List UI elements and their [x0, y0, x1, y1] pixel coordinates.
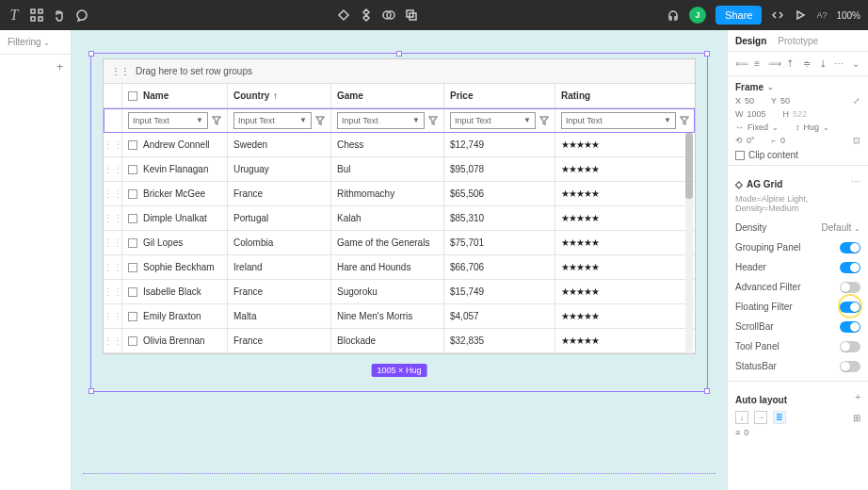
row-drag-handle[interactable]: ⋮⋮ [104, 182, 122, 205]
table-row[interactable]: ⋮⋮Andrew ConnellSwedenChess$12,749★★★★★ [104, 133, 695, 157]
toggle-switch[interactable] [840, 321, 860, 333]
filter-icon[interactable] [315, 116, 325, 125]
toggle-switch[interactable] [840, 282, 860, 293]
filter-icon[interactable] [539, 116, 549, 125]
toggle-switch[interactable] [840, 262, 860, 273]
row-group-panel[interactable]: ⋮⋮ Drag here to set row groups [104, 59, 695, 84]
component-name[interactable]: AG Grid [747, 179, 782, 189]
row-drag-handle[interactable]: ⋮⋮ [104, 157, 122, 181]
headphones-icon[interactable] [667, 8, 680, 22]
table-row[interactable]: ⋮⋮Bricker McGeeFranceRithmomachy$65,506★… [104, 182, 695, 206]
table-row[interactable]: ⋮⋮Kevin FlanaganUruguayBul$95,078★★★★★ [104, 157, 695, 182]
radius-value[interactable]: 0 [780, 136, 785, 145]
row-checkbox[interactable] [128, 263, 137, 272]
toggle-switch[interactable] [840, 302, 860, 313]
mask-icon[interactable] [337, 8, 350, 22]
table-row[interactable]: ⋮⋮Emily BraxtonMaltaNine Men's Morris$4,… [104, 304, 695, 329]
blend-icon[interactable] [382, 8, 395, 22]
filter-input-game[interactable]: Input Text▼ [337, 112, 425, 129]
filter-icon[interactable] [680, 116, 689, 125]
table-row[interactable]: ⋮⋮Sophie BeckhamIrelandHare and Hounds$6… [104, 255, 695, 280]
rotation-icon[interactable]: ⟲ [735, 136, 743, 145]
frame-x[interactable]: 50 [745, 96, 754, 106]
zoom-level[interactable]: 100% [836, 10, 860, 21]
toggle-switch[interactable] [840, 361, 860, 372]
frame-h[interactable]: 522 [793, 109, 807, 119]
col-header-country[interactable]: Country [233, 90, 269, 101]
boolean-icon[interactable] [405, 8, 418, 22]
resize-v-icon[interactable]: ↕ [796, 122, 800, 132]
toggle-switch[interactable] [840, 341, 860, 352]
radius-icon[interactable]: ⌐ [772, 136, 777, 145]
comment-icon[interactable] [75, 8, 88, 22]
gap-icon[interactable]: ≡ [735, 428, 740, 437]
select-all-checkbox[interactable] [128, 91, 137, 101]
frame-section-label[interactable]: Frame [735, 82, 764, 92]
row-checkbox[interactable] [128, 238, 137, 248]
ag-grid-frame[interactable]: ⋮⋮ Drag here to set row groups Name Coun… [103, 58, 696, 354]
vertical-scrollbar[interactable] [685, 133, 693, 351]
frame-w[interactable]: 1005 [747, 109, 766, 119]
independent-corners-icon[interactable]: ⊡ [853, 136, 860, 145]
row-drag-handle[interactable]: ⋮⋮ [104, 133, 122, 156]
text-tool-icon[interactable]: T [8, 8, 21, 22]
resize-h-icon[interactable]: ↔ [735, 122, 744, 132]
row-checkbox[interactable] [128, 312, 137, 321]
lock-aspect-icon[interactable]: ⤢ [853, 96, 860, 106]
sort-asc-icon[interactable]: ↑ [273, 90, 278, 101]
row-drag-handle[interactable]: ⋮⋮ [104, 206, 122, 230]
add-page-icon[interactable]: + [56, 60, 63, 74]
filter-input-rating[interactable]: Input Text▼ [561, 112, 676, 129]
row-checkbox[interactable] [128, 165, 137, 174]
row-checkbox[interactable] [128, 189, 137, 199]
table-row[interactable]: ⋮⋮Gil LopesColombiaGame of the Generals$… [104, 231, 695, 255]
filter-icon[interactable] [212, 116, 221, 125]
row-drag-handle[interactable]: ⋮⋮ [104, 280, 122, 303]
user-avatar[interactable]: J [689, 7, 706, 24]
col-header-rating[interactable]: Rating [561, 90, 590, 101]
row-drag-handle[interactable]: ⋮⋮ [104, 231, 122, 254]
auto-layout-add-icon[interactable]: + [855, 392, 860, 402]
direction-vertical-icon[interactable]: ↓ [735, 411, 748, 424]
hand-tool-icon[interactable] [53, 8, 66, 22]
col-header-name[interactable]: Name [143, 90, 169, 101]
resize-h[interactable]: Fixed [747, 122, 768, 132]
resources-icon[interactable] [30, 8, 43, 22]
density-value[interactable]: Default [822, 222, 852, 233]
filter-input-price[interactable]: Input Text▼ [450, 112, 536, 129]
tab-prototype[interactable]: Prototype [778, 36, 818, 46]
gap-value[interactable]: 0 [744, 428, 748, 437]
frame-y[interactable]: 50 [780, 96, 790, 106]
col-header-game[interactable]: Game [337, 90, 363, 101]
table-row[interactable]: ⋮⋮Dimple UnalkatPortugalKalah$85,310★★★★… [104, 206, 695, 231]
row-drag-handle[interactable]: ⋮⋮ [104, 255, 122, 279]
toggle-switch[interactable] [840, 242, 860, 253]
tab-design[interactable]: Design [735, 36, 766, 46]
row-checkbox[interactable] [128, 287, 137, 297]
play-icon[interactable] [794, 8, 807, 22]
filter-icon[interactable] [428, 116, 438, 125]
row-checkbox[interactable] [128, 214, 137, 223]
alignment-box-icon[interactable]: ⊞ [853, 413, 860, 423]
auto-layout-label[interactable]: Auto layout [735, 395, 787, 405]
share-button[interactable]: Share [715, 6, 762, 24]
component-icon[interactable] [360, 8, 373, 22]
table-row[interactable]: ⋮⋮Isabelle BlackFranceSugoroku$15,749★★★… [104, 280, 695, 304]
row-checkbox[interactable] [128, 140, 137, 150]
filter-input-name[interactable]: Input Text▼ [128, 112, 208, 129]
clip-checkbox[interactable] [735, 151, 745, 160]
rotation-value[interactable]: 0° [747, 136, 755, 145]
row-drag-handle[interactable]: ⋮⋮ [104, 329, 122, 352]
table-row[interactable]: ⋮⋮Olivia BrennanFranceBlockade$32,835★★★… [104, 329, 695, 353]
component-options-icon[interactable]: ⋯ [851, 176, 860, 187]
canvas[interactable]: ⋮⋮ Drag here to set row groups Name Coun… [72, 30, 727, 490]
row-checkbox[interactable] [128, 336, 137, 346]
wrap-mode-icon[interactable]: ≣ [773, 411, 786, 424]
devmode-icon[interactable] [771, 8, 784, 22]
resize-v[interactable]: Hug [804, 122, 820, 132]
filter-input-country[interactable]: Input Text▼ [233, 112, 312, 129]
alignment-row[interactable]: ⟸≡⟹ ⤒≑⤓ ⋯⌄ [735, 57, 860, 71]
row-drag-handle[interactable]: ⋮⋮ [104, 304, 122, 328]
direction-horizontal-icon[interactable]: → [754, 411, 767, 424]
col-header-price[interactable]: Price [450, 90, 473, 101]
